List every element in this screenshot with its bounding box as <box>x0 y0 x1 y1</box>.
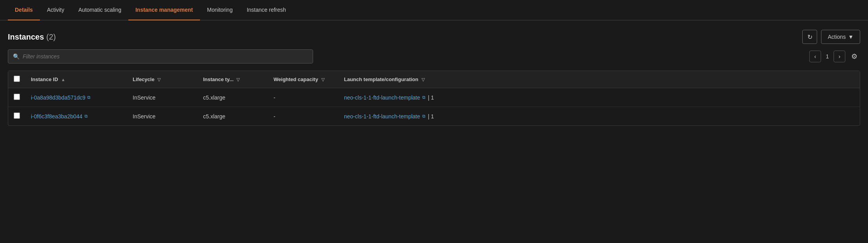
row-checkbox-cell <box>8 88 25 107</box>
tab-monitoring-label: Monitoring <box>207 7 232 13</box>
row-weighted-capacity-cell: - <box>268 107 339 126</box>
gear-icon: ⚙ <box>851 52 857 61</box>
instance-id-value-0: i-0a8a98d3bda571dc9 <box>31 94 85 101</box>
row-checkbox-cell <box>8 107 25 126</box>
tab-details-label: Details <box>15 7 33 13</box>
prev-page-button[interactable]: ‹ <box>809 51 821 62</box>
th-lifecycle-label: Lifecycle <box>133 76 155 82</box>
actions-label: Actions <box>828 34 846 40</box>
th-instance-id[interactable]: Instance ID ▲ <box>25 71 127 88</box>
row-launch-template-cell: neo-cls-1-1-ftd-launch-template ⧉ | 1 <box>339 88 860 107</box>
th-launch-template[interactable]: Launch template/configuration ▽ <box>339 71 860 88</box>
weighted-capacity-value-0: - <box>274 94 276 101</box>
th-instance-id-label: Instance ID <box>31 76 58 82</box>
launch-ext-link-icon-0: ⧉ <box>422 95 425 100</box>
instances-table: Instance ID ▲ Lifecycle ▽ Instance ty...… <box>8 71 860 125</box>
table-row: i-0a8a98d3bda571dc9 ⧉ InService c5.xlarg… <box>8 88 860 107</box>
refresh-button[interactable]: ↻ <box>802 30 817 44</box>
main-content: Instances (2) ↻ Actions ▼ 🔍 ‹ 1 › ⚙ <box>0 20 868 135</box>
launch-template-value-1: neo-cls-1-1-ftd-launch-template <box>344 113 420 120</box>
page-number: 1 <box>824 53 830 60</box>
launch-template-link-0[interactable]: neo-cls-1-1-ftd-launch-template ⧉ | 1 <box>344 94 854 101</box>
chevron-down-icon: ▼ <box>848 34 854 40</box>
lifecycle-value-0: InService <box>133 94 155 101</box>
external-link-icon-1: ⧉ <box>85 114 88 119</box>
th-launch-template-label: Launch template/configuration <box>344 76 418 82</box>
instances-count: (2) <box>46 33 56 42</box>
launch-extra-0: | 1 <box>428 94 434 101</box>
next-page-button[interactable]: › <box>834 51 845 62</box>
sort-desc-icon-weighted: ▽ <box>321 77 324 82</box>
sort-desc-icon-lifecycle: ▽ <box>157 77 160 82</box>
sort-desc-icon-launch: ▽ <box>421 77 425 82</box>
weighted-capacity-value-1: - <box>274 113 276 120</box>
sort-desc-icon-type: ▽ <box>236 77 240 82</box>
instances-title: Instances <box>8 33 44 42</box>
table-header-row: Instance ID ▲ Lifecycle ▽ Instance ty...… <box>8 71 860 88</box>
tab-instance-management[interactable]: Instance management <box>128 0 200 20</box>
th-instance-type-label: Instance ty... <box>203 76 234 82</box>
row-checkbox-1[interactable] <box>14 112 20 119</box>
instances-table-wrapper: Instance ID ▲ Lifecycle ▽ Instance ty...… <box>8 71 860 126</box>
filter-input[interactable] <box>23 53 308 60</box>
instances-title-group: Instances (2) <box>8 33 56 42</box>
instance-id-link-1[interactable]: i-0f6c3f8ea3ba2b044 ⧉ <box>31 113 122 120</box>
tab-details[interactable]: Details <box>8 0 40 20</box>
search-icon: 🔍 <box>13 53 20 60</box>
launch-extra-1: | 1 <box>428 113 434 120</box>
table-row: i-0f6c3f8ea3ba2b044 ⧉ InService c5.xlarg… <box>8 107 860 126</box>
row-launch-template-cell: neo-cls-1-1-ftd-launch-template ⧉ | 1 <box>339 107 860 126</box>
lifecycle-value-1: InService <box>133 113 155 120</box>
row-lifecycle-cell: InService <box>127 107 198 126</box>
instance-type-value-0: c5.xlarge <box>203 94 225 101</box>
actions-button[interactable]: Actions ▼ <box>821 30 860 44</box>
tab-monitoring[interactable]: Monitoring <box>200 0 240 20</box>
table-body: i-0a8a98d3bda571dc9 ⧉ InService c5.xlarg… <box>8 88 860 126</box>
row-instance-id-cell: i-0a8a98d3bda571dc9 ⧉ <box>25 88 127 107</box>
launch-template-value-0: neo-cls-1-1-ftd-launch-template <box>344 94 420 101</box>
tab-activity[interactable]: Activity <box>40 0 71 20</box>
refresh-icon: ↻ <box>807 33 812 41</box>
th-weighted-capacity[interactable]: Weighted capacity ▽ <box>268 71 339 88</box>
tab-instance-management-label: Instance management <box>135 7 193 13</box>
search-box: 🔍 <box>8 49 313 63</box>
filter-row: 🔍 ‹ 1 › ⚙ <box>8 49 860 63</box>
instance-id-value-1: i-0f6c3f8ea3ba2b044 <box>31 113 83 120</box>
header-actions: ↻ Actions ▼ <box>802 30 860 44</box>
external-link-icon-0: ⧉ <box>87 95 90 100</box>
row-instance-type-cell: c5.xlarge <box>198 107 268 126</box>
instances-header: Instances (2) ↻ Actions ▼ <box>8 30 860 44</box>
tab-instance-refresh-label: Instance refresh <box>247 7 286 13</box>
row-weighted-capacity-cell: - <box>268 88 339 107</box>
th-checkbox <box>8 71 25 88</box>
select-all-checkbox[interactable] <box>14 76 20 82</box>
row-lifecycle-cell: InService <box>127 88 198 107</box>
th-instance-type[interactable]: Instance ty... ▽ <box>198 71 268 88</box>
tab-automatic-scaling-label: Automatic scaling <box>78 7 121 13</box>
instance-type-value-1: c5.xlarge <box>203 113 225 120</box>
launch-ext-link-icon-1: ⧉ <box>422 114 425 119</box>
th-weighted-capacity-label: Weighted capacity <box>274 76 318 82</box>
row-checkbox-0[interactable] <box>14 94 20 100</box>
row-instance-type-cell: c5.xlarge <box>198 88 268 107</box>
instance-id-link-0[interactable]: i-0a8a98d3bda571dc9 ⧉ <box>31 94 122 101</box>
row-instance-id-cell: i-0f6c3f8ea3ba2b044 ⧉ <box>25 107 127 126</box>
launch-template-link-1[interactable]: neo-cls-1-1-ftd-launch-template ⧉ | 1 <box>344 113 854 120</box>
pagination-controls: ‹ 1 › ⚙ <box>809 51 860 62</box>
tab-bar: Details Activity Automatic scaling Insta… <box>0 0 868 20</box>
sort-asc-icon: ▲ <box>61 77 65 82</box>
th-lifecycle[interactable]: Lifecycle ▽ <box>127 71 198 88</box>
tab-automatic-scaling[interactable]: Automatic scaling <box>71 0 128 20</box>
tab-activity-label: Activity <box>47 7 64 13</box>
tab-instance-refresh[interactable]: Instance refresh <box>240 0 293 20</box>
table-settings-button[interactable]: ⚙ <box>848 51 860 62</box>
